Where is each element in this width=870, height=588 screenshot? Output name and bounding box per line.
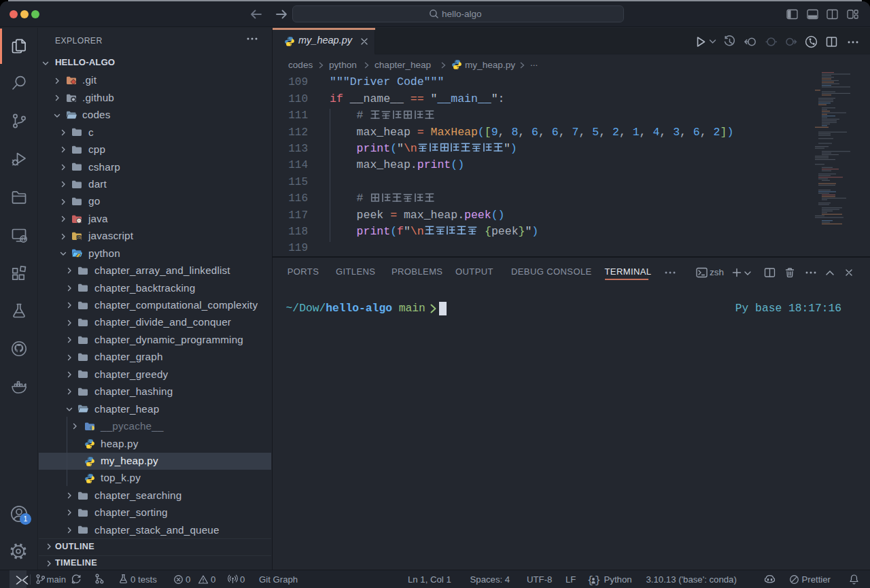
svg-text:}: } [595, 575, 600, 586]
svg-text:{: { [587, 575, 593, 586]
svg-text:JS: JS [77, 235, 82, 239]
